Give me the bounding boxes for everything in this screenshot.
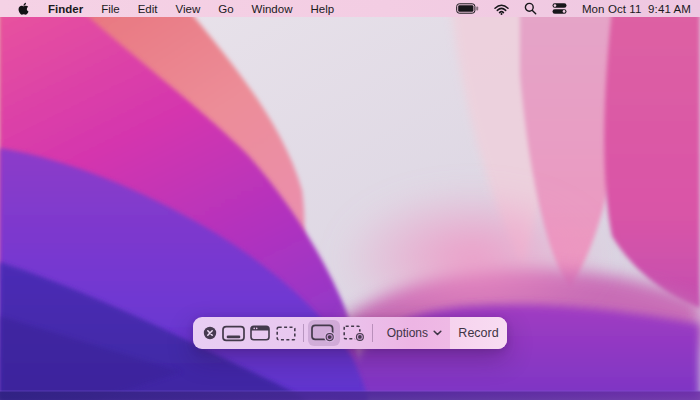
menu-item-label: Edit: [138, 3, 158, 15]
record-selected-portion-button[interactable]: [340, 320, 368, 346]
capture-entire-screen-icon: [222, 325, 245, 342]
record-button[interactable]: Record: [450, 317, 507, 349]
menu-item-label: Window: [252, 3, 293, 15]
capture-selected-window-icon: [250, 325, 270, 341]
apple-menu[interactable]: [10, 0, 39, 17]
spotlight-search[interactable]: [524, 0, 537, 17]
options-button[interactable]: Options: [379, 320, 450, 346]
chevron-down-icon: [433, 330, 442, 336]
menu-item-window[interactable]: Window: [243, 0, 302, 17]
menu-item-go[interactable]: Go: [209, 0, 242, 17]
wifi-icon: [494, 3, 509, 15]
menu-item-file[interactable]: File: [92, 0, 129, 17]
battery-status[interactable]: [456, 0, 479, 17]
record-entire-screen-button[interactable]: [308, 320, 340, 346]
options-label: Options: [387, 326, 428, 340]
control-center-icon: [552, 3, 567, 14]
desktop: Finder File Edit View Go Window Help: [0, 0, 700, 400]
toolbar-divider: [372, 324, 373, 342]
apple-logo-icon: [18, 2, 29, 16]
battery-icon: [456, 3, 479, 14]
capture-selected-window-button[interactable]: [246, 320, 272, 346]
menu-item-label: Go: [218, 3, 233, 15]
capture-entire-screen-button[interactable]: [220, 320, 246, 346]
menu-item-edit[interactable]: Edit: [129, 0, 167, 17]
capture-selected-portion-icon: [276, 326, 296, 341]
menu-item-label: File: [101, 3, 120, 15]
capture-selected-portion-button[interactable]: [273, 320, 299, 346]
menu-bar-clock[interactable]: Mon Oct 11 9:41 AM: [582, 0, 691, 17]
menu-item-label: Finder: [48, 3, 83, 15]
menu-item-label: Help: [310, 3, 334, 15]
record-label: Record: [458, 326, 498, 340]
record-entire-screen-icon: [311, 324, 336, 342]
toolbar-divider: [303, 324, 304, 342]
record-selected-portion-icon: [343, 325, 365, 341]
search-icon: [524, 2, 537, 15]
menu-bar: Finder File Edit View Go Window Help: [0, 0, 700, 17]
menu-item-help[interactable]: Help: [301, 0, 343, 17]
wifi-status[interactable]: [494, 0, 509, 17]
close-icon: [203, 326, 217, 340]
screenshot-toolbar: Options Record: [193, 317, 507, 349]
menu-item-view[interactable]: View: [167, 0, 210, 17]
menu-item-label: View: [176, 3, 201, 15]
control-center[interactable]: [552, 0, 567, 17]
close-button[interactable]: [199, 320, 220, 346]
menu-item-finder[interactable]: Finder: [39, 0, 92, 17]
